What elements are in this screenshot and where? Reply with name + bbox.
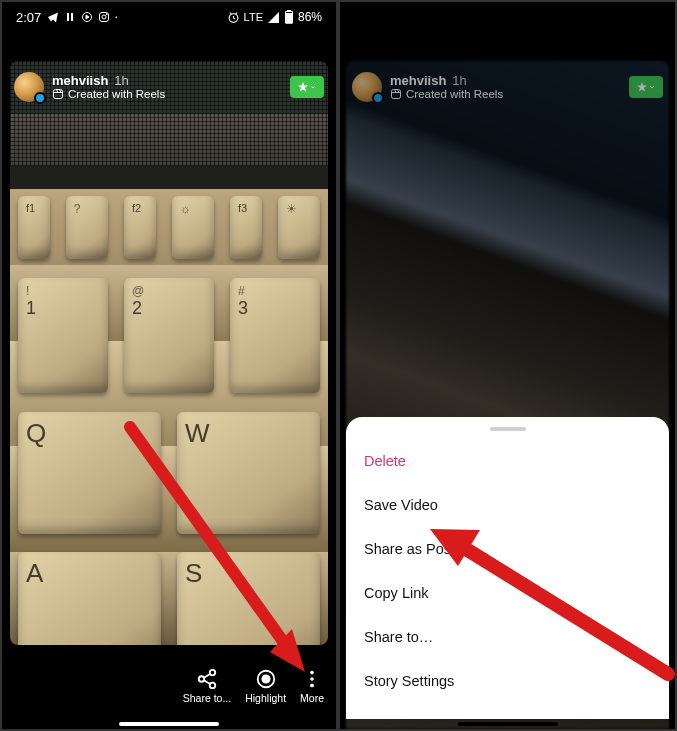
- username: mehviish: [390, 74, 446, 88]
- timestamp: 1h: [452, 74, 466, 88]
- key: Q: [18, 412, 161, 534]
- more-label: More: [300, 692, 324, 704]
- reels-icon: [52, 88, 64, 100]
- battery-text: 86%: [298, 10, 322, 24]
- chevron-down-icon: [309, 83, 317, 91]
- highlight-button[interactable]: Highlight: [245, 668, 286, 704]
- reels-icon: [390, 88, 402, 100]
- svg-point-15: [310, 677, 314, 681]
- verified-badge-icon: [372, 92, 384, 104]
- svg-point-2: [102, 15, 106, 19]
- subtitle: Created with Reels: [68, 88, 165, 101]
- close-friends-badge[interactable]: [290, 76, 324, 98]
- svg-point-11: [210, 683, 216, 689]
- key: ☀: [278, 196, 320, 259]
- verified-badge-icon: [34, 92, 46, 104]
- share-to-label: Share to...: [183, 692, 231, 704]
- svg-rect-6: [288, 10, 291, 11]
- key: @2: [124, 278, 214, 394]
- share-icon: [196, 668, 218, 690]
- key: !1: [18, 278, 108, 394]
- nav-pill[interactable]: [458, 722, 558, 726]
- close-friends-badge[interactable]: [629, 76, 663, 98]
- share-to-button[interactable]: Share to...: [183, 668, 231, 704]
- svg-point-16: [310, 684, 314, 688]
- svg-point-9: [210, 670, 216, 676]
- share-as-post-option[interactable]: Share as Post…: [346, 527, 669, 571]
- highlight-icon: [255, 668, 277, 690]
- more-button[interactable]: More: [300, 668, 324, 704]
- username: mehviish: [52, 74, 108, 88]
- circle-play-icon: [81, 11, 93, 23]
- subtitle: Created with Reels: [406, 88, 503, 101]
- status-right: LTE 86%: [227, 10, 322, 24]
- story-settings-option[interactable]: Story Settings: [346, 659, 669, 703]
- svg-rect-17: [392, 90, 401, 99]
- avatar[interactable]: [352, 72, 382, 102]
- star-icon: [297, 81, 309, 93]
- instagram-icon: [98, 11, 110, 23]
- svg-rect-7: [286, 14, 292, 23]
- signal-icon: [267, 11, 280, 24]
- key: A: [18, 552, 161, 645]
- story-user[interactable]: mehviish 1h Created with Reels: [352, 72, 503, 102]
- highlight-label: Highlight: [245, 692, 286, 704]
- status-left: 2:07 •: [16, 10, 117, 25]
- svg-point-10: [199, 676, 205, 682]
- story-user[interactable]: mehviish 1h Created with Reels: [14, 72, 165, 102]
- pause-icon: [64, 11, 76, 23]
- key: ?: [66, 196, 108, 259]
- delete-option[interactable]: Delete: [346, 439, 669, 483]
- telegram-icon: [47, 11, 59, 23]
- key: ☼: [172, 196, 214, 259]
- story-header: mehviish 1h Created with Reels: [352, 72, 663, 102]
- sheet-handle[interactable]: [490, 427, 526, 431]
- svg-rect-8: [54, 90, 63, 99]
- alarm-icon: [227, 11, 240, 24]
- timestamp: 1h: [114, 74, 128, 88]
- svg-point-13: [262, 675, 269, 682]
- key: f2: [124, 196, 156, 259]
- story-content-photo[interactable]: f1 ? f2 ☼ f3 ☀ !1 @2 #3 Q W A S: [10, 61, 328, 645]
- status-app-icons: •: [47, 11, 117, 23]
- star-icon: [636, 81, 648, 93]
- save-video-option[interactable]: Save Video: [346, 483, 669, 527]
- chevron-down-icon: [648, 83, 656, 91]
- more-icon: [301, 668, 323, 690]
- svg-point-14: [310, 671, 314, 675]
- status-bar: 2:07 • LTE 86%: [2, 2, 336, 32]
- key: f1: [18, 196, 50, 259]
- screen-left-story: 2:07 • LTE 86% f1 ? f2 ☼ f3 ☀: [0, 0, 338, 731]
- share-to-option[interactable]: Share to…: [346, 615, 669, 659]
- key: S: [177, 552, 320, 645]
- story-header: mehviish 1h Created with Reels: [14, 72, 324, 102]
- key: W: [177, 412, 320, 534]
- story-bottom-toolbar: Share to... Highlight More: [2, 653, 336, 719]
- copy-link-option[interactable]: Copy Link: [346, 571, 669, 615]
- more-bottom-sheet: Delete Save Video Share as Post… Copy Li…: [346, 417, 669, 719]
- status-time: 2:07: [16, 10, 41, 25]
- network-label: LTE: [244, 11, 263, 23]
- screen-right-sheet: mehviish 1h Created with Reels Delete Sa…: [338, 0, 677, 731]
- key: #3: [230, 278, 320, 394]
- key: f3: [230, 196, 262, 259]
- battery-icon: [284, 10, 294, 24]
- nav-pill[interactable]: [119, 722, 219, 726]
- avatar[interactable]: [14, 72, 44, 102]
- svg-point-3: [107, 14, 108, 15]
